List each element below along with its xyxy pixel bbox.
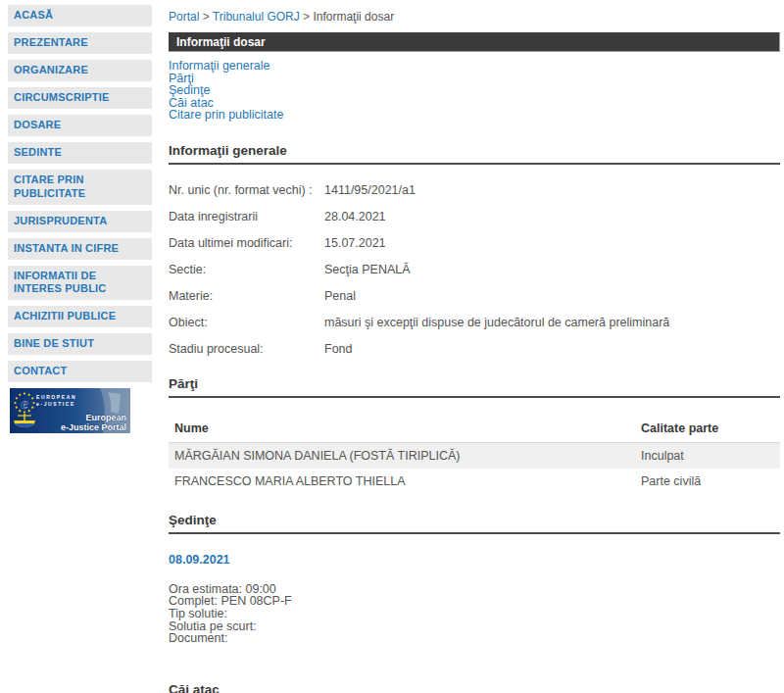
sidebar-item-circumscriptie[interactable]: CIRCUMSCRIPTIE [8, 87, 152, 109]
quick-link-informa-ii-generale[interactable]: Informaţii generale [169, 60, 780, 73]
hearing-detail-line: Solutia pe scurt: [169, 620, 780, 633]
quick-links: Informaţii generalePărţiŞedinţeCăi atacC… [169, 60, 780, 122]
quick-link-citare-prin-publicitate[interactable]: Citare prin publicitate [169, 109, 780, 122]
banner-caption-line1: European [85, 413, 126, 422]
hearing-detail-line: Document: [169, 632, 780, 645]
sidebar: ACASĂPREZENTAREORGANIZARECIRCUMSCRIPTIED… [0, 0, 160, 693]
field-label: Data ultimei modificari: [169, 236, 324, 250]
general-info-fields: Nr. unic (nr. format vechi) :1411/95/202… [169, 183, 780, 356]
parties-table: NumeCalitate parte MĂRGĂIAN SIMONA DANIE… [169, 417, 780, 494]
field-value: 28.04.2021 [324, 210, 780, 223]
general-info-row: Stadiu procesual:Fond [169, 342, 780, 356]
page-title: Informaţii dosar [176, 35, 266, 49]
breadcrumb-item-tribunalul-gorj[interactable]: Tribunalul GORJ [213, 10, 300, 24]
breadcrumb-separator: > [199, 10, 212, 24]
sidebar-item-prezentare[interactable]: PREZENTARE [8, 32, 152, 54]
quick-link-edin-e[interactable]: Şedinţe [169, 84, 780, 97]
sidebar-item-achizitii-publice[interactable]: ACHIZITII PUBLICE [8, 306, 152, 327]
breadcrumb-separator: > [300, 10, 314, 24]
breadcrumb-item-portal[interactable]: Portal [169, 10, 199, 24]
field-label: Stadiu procesual: [169, 342, 324, 356]
sidebar-item-dosare[interactable]: DOSARE [8, 115, 152, 136]
field-value: Secţia PENALĂ [324, 263, 780, 276]
section-heading-appeals: Căi atac [169, 682, 780, 693]
ejustice-banner-link[interactable]: e EUROPEAN e-JUSTICE European e-Justice … [8, 388, 160, 433]
sidebar-item-sedinte[interactable]: SEDINTE [8, 142, 152, 164]
sidebar-menu: ACASĂPREZENTAREORGANIZARECIRCUMSCRIPTIED… [8, 5, 160, 382]
parties-column-header: Calitate parte [635, 417, 780, 443]
section-heading-parties: Părţi [169, 376, 780, 398]
party-name-cell: FRANCESCO MARIA ALBERTO THIELLA [169, 469, 635, 494]
sidebar-item-organizare[interactable]: ORGANIZARE [8, 60, 152, 81]
hearing-date-link[interactable]: 08.09.2021 [169, 553, 230, 567]
field-label: Data inregistrarii [169, 210, 324, 223]
logo-text-ejustice: e-JUSTICE [36, 401, 75, 407]
sidebar-item-instanta-in-cifre[interactable]: INSTANTA IN CIFRE [8, 238, 152, 260]
quick-link-p-r-i[interactable]: Părţi [169, 73, 780, 85]
parties-column-header: Nume [169, 417, 635, 443]
breadcrumb: Portal > Tribunalul GORJ > Informaţii do… [169, 10, 780, 24]
party-quality-cell: Parte civilă [635, 469, 780, 494]
sidebar-item-bine-de-stiut[interactable]: BINE DE STIUT [8, 333, 152, 355]
table-row: FRANCESCO MARIA ALBERTO THIELLAParte civ… [169, 469, 780, 494]
general-info-row: Data ultimei modificari:15.07.2021 [169, 236, 780, 250]
section-heading-general: Informaţii generale [169, 143, 780, 165]
field-label: Sectie: [169, 263, 324, 276]
main-content: Portal > Tribunalul GORJ > Informaţii do… [160, 0, 784, 693]
field-label: Nr. unic (nr. format vechi) : [169, 183, 324, 197]
page: ACASĂPREZENTAREORGANIZARECIRCUMSCRIPTIED… [0, 0, 784, 693]
sidebar-item-citare-prin-publicitate[interactable]: CITARE PRIN PUBLICITATE [8, 170, 152, 205]
general-info-row: Materie:Penal [169, 289, 780, 303]
general-info-row: Obiect:măsuri şi excepţii dispuse de jud… [169, 316, 780, 329]
field-value: Penal [324, 289, 780, 303]
party-name-cell: MĂRGĂIAN SIMONA DANIELA (FOSTĂ TIRIPLICĂ… [169, 442, 635, 469]
sidebar-item-jurisprudenta[interactable]: JURISPRUDENTA [8, 211, 152, 232]
hearing-detail-line: Tip solutie: [169, 608, 780, 620]
svg-text:e: e [21, 394, 28, 413]
field-label: Materie: [169, 289, 324, 303]
hearing-details: Ora estimata: 09:00Complet: PEN 08CP-FTi… [169, 583, 780, 646]
banner-caption-line2: e-Justice Portal [61, 422, 126, 432]
field-value: 1411/95/2021/a1 [324, 183, 780, 197]
sidebar-item-acas[interactable]: ACASĂ [8, 5, 152, 26]
section-heading-hearings: Şedinţe [169, 513, 780, 534]
general-info-row: Data inregistrarii28.04.2021 [169, 210, 780, 223]
party-quality-cell: Inculpat [635, 442, 780, 469]
field-value: măsuri şi excepţii dispuse de judecătoru… [324, 316, 780, 329]
field-value: 15.07.2021 [324, 236, 780, 250]
page-title-bar: Informaţii dosar [169, 32, 780, 52]
logo-text-european: EUROPEAN [36, 394, 76, 400]
breadcrumb-item-informa-ii-dosar: Informaţii dosar [313, 10, 394, 24]
sidebar-item-informatii-de-interes-public[interactable]: INFORMATII DE INTERES PUBLIC [8, 266, 152, 301]
sidebar-item-contact[interactable]: CONTACT [8, 361, 152, 382]
hearing-detail-line: Complet: PEN 08CP-F [169, 595, 780, 608]
general-info-row: Sectie:Secţia PENALĂ [169, 263, 780, 276]
table-row: MĂRGĂIAN SIMONA DANIELA (FOSTĂ TIRIPLICĂ… [169, 442, 780, 469]
general-info-row: Nr. unic (nr. format vechi) :1411/95/202… [169, 183, 780, 197]
ejustice-banner-image: e EUROPEAN e-JUSTICE European e-Justice … [10, 388, 130, 433]
field-value: Fond [324, 342, 780, 356]
field-label: Obiect: [169, 316, 324, 329]
